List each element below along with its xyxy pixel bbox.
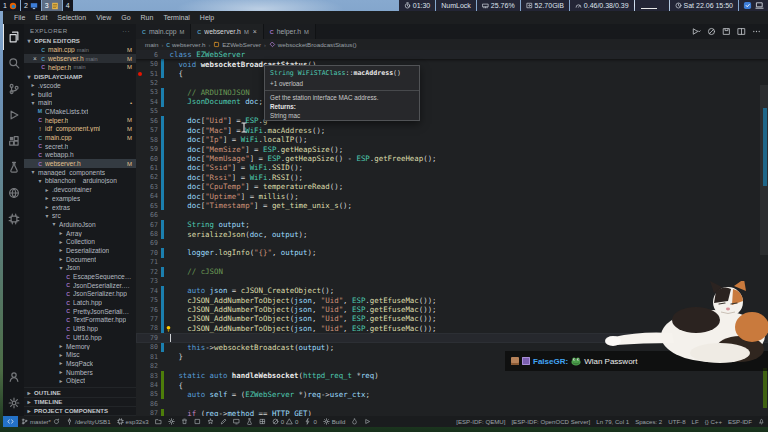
activity-testing[interactable] xyxy=(3,154,24,180)
tree-item[interactable]: Csecret.h xyxy=(24,142,136,151)
code-line-68[interactable]: 68 serializeJson(doc, output); xyxy=(136,229,768,238)
code-line-84[interactable]: 84 { xyxy=(136,380,768,389)
code-line-62[interactable]: 62 doc["Rssi"] = WiFi.RSSI(); xyxy=(136,173,768,182)
sdk-config[interactable] xyxy=(165,418,178,425)
tree-item[interactable]: ▸Deserialization xyxy=(24,246,136,255)
tree-item[interactable]: Cwebapp.h xyxy=(24,151,136,160)
tree-item[interactable]: ▸build xyxy=(24,90,136,99)
section-timeline[interactable]: ▸TIMELINE xyxy=(24,398,136,407)
activity-explorer[interactable] xyxy=(3,24,25,50)
section-outline[interactable]: ▸OUTLINE xyxy=(24,388,136,397)
tree-item[interactable]: CPrettyJsonSerializer.hpp xyxy=(24,307,136,316)
code-line-69[interactable]: 69 xyxy=(136,239,768,248)
tree-item[interactable]: ▾src xyxy=(24,211,136,220)
tree-item[interactable]: CUtf16.hpp xyxy=(24,333,136,342)
code-line-52[interactable]: 52 xyxy=(136,78,768,87)
code-line-55[interactable]: 55 xyxy=(136,107,768,116)
full-clean[interactable] xyxy=(178,418,191,425)
git-branch[interactable]: master* xyxy=(18,418,63,425)
tree-item[interactable]: ▸.devcontainer xyxy=(24,185,136,194)
open-editor-item[interactable]: ×Cwebserver.hmainM xyxy=(24,54,136,63)
close-icon[interactable]: × xyxy=(253,28,257,35)
select-project-folder[interactable] xyxy=(152,418,165,425)
action-save[interactable] xyxy=(722,27,731,37)
code-line-65[interactable]: 65 doc["Timestamp"] = get_time_unix_s(); xyxy=(136,201,768,210)
code-line-50[interactable]: 50 void websocketBroadcastStatus() xyxy=(136,59,768,68)
tree-item[interactable]: CLatch.hpp xyxy=(24,298,136,307)
open-editor-item[interactable]: Cmain.cppmainM xyxy=(24,46,136,55)
sticky-scroll-header[interactable]: 6 class EZWebServer xyxy=(136,50,768,59)
code-line-66[interactable]: 66 xyxy=(136,210,768,219)
tree-item[interactable]: CTextFormatter.hpp xyxy=(24,316,136,325)
menu-edit[interactable]: Edit xyxy=(30,14,52,21)
code-line-71[interactable]: 71 xyxy=(136,258,768,267)
code-line-67[interactable]: 67 String output; xyxy=(136,220,768,229)
tab-helper.h[interactable]: Chelper.hM xyxy=(264,24,316,39)
cursor-position[interactable]: Ln 79, Col 1 xyxy=(593,418,632,425)
code-line-70[interactable]: 70 logger.logInfo("{}", output); xyxy=(136,248,768,257)
build-artifacts[interactable] xyxy=(191,418,204,425)
espidf-openocd[interactable]: [ESP-IDF: OpenOCD Server] xyxy=(508,418,593,425)
tree-item[interactable]: ▸.vscode xyxy=(24,81,136,90)
tree-item[interactable]: CJsonSerializer.hpp xyxy=(24,290,136,299)
activity-source-control[interactable] xyxy=(3,76,24,102)
edit[interactable] xyxy=(217,418,230,425)
unit-test[interactable] xyxy=(243,418,256,425)
code-line-58[interactable]: 58 doc["Ip"] = WiFi.localIP(); xyxy=(136,135,768,144)
encoding[interactable]: UTF-8 xyxy=(665,418,688,425)
tree-item[interactable]: ▾managed_components xyxy=(24,168,136,177)
code-line-57[interactable]: 57 doc["Mac"] = WiFi.macAddress(); xyxy=(136,126,768,135)
serial-port[interactable]: /dev/ttyUSB1 xyxy=(63,418,114,425)
workspace-3[interactable]: 3 xyxy=(42,0,62,11)
tree-item[interactable]: Chelper.hM xyxy=(24,116,136,125)
remote-indicator[interactable] xyxy=(3,416,18,427)
code-line-53[interactable]: 53 // ARDUINOJSON xyxy=(136,88,768,97)
workspace-4[interactable]: 4 xyxy=(63,0,73,11)
sidebar-more-icon[interactable]: ··· xyxy=(122,27,130,34)
code-line-83[interactable]: 83 static auto handleWebsocket(httpd_req… xyxy=(136,371,768,380)
breadcrumb-item[interactable]: EZWebServer xyxy=(213,41,261,48)
espidf-version[interactable]: ESP-IDF xyxy=(725,418,755,425)
breadcrumb[interactable]: main›Cwebserver.h›EZWebServer›websocketB… xyxy=(136,39,768,50)
monitor-device[interactable] xyxy=(230,418,243,425)
tree-item[interactable]: Cwebserver.hM xyxy=(24,159,136,168)
tree-item[interactable]: CUtf8.hpp xyxy=(24,324,136,333)
activity-run-debug[interactable] xyxy=(3,102,24,128)
menu-help[interactable]: Help xyxy=(195,14,219,21)
tree-item[interactable]: ▸Memory xyxy=(24,342,136,351)
device-target[interactable]: esp32s3 xyxy=(114,418,152,425)
tree-item[interactable]: CJsonDeserializer.hpp xyxy=(24,281,136,290)
menu-selection[interactable]: Selection xyxy=(52,14,91,21)
tree-item[interactable]: MCMakeLists.txt xyxy=(24,107,136,116)
breadcrumb-item[interactable]: websocketBroadcastStatus() xyxy=(269,41,357,48)
tree-item[interactable]: ▸Misc xyxy=(24,350,136,359)
tree-item[interactable]: ▸Object xyxy=(24,376,136,385)
code-line-61[interactable]: 61 doc["Ssid"] = WiFi.SSID(); xyxy=(136,163,768,172)
tree-item[interactable]: ▾main• xyxy=(24,98,136,107)
tree-item[interactable]: ▾ArduinoJson xyxy=(24,220,136,229)
tree-item[interactable]: ▸examples xyxy=(24,194,136,203)
tree-item[interactable]: ▾bblanchon__arduinojson xyxy=(24,177,136,186)
action-split[interactable] xyxy=(737,27,746,37)
code-line-54[interactable]: 54 JsonDocument doc; xyxy=(136,97,768,106)
menu-run[interactable]: Run xyxy=(136,14,159,21)
components[interactable] xyxy=(256,418,269,425)
activity-extensions[interactable] xyxy=(3,128,24,154)
tree-item[interactable]: ▸Document xyxy=(24,255,136,264)
espidf-qemu[interactable]: [ESP-IDF: QEMU] xyxy=(453,418,508,425)
action-error[interactable] xyxy=(707,27,716,37)
tab-webserver.h[interactable]: Cwebserver.hM× xyxy=(191,24,264,39)
menu-view[interactable]: View xyxy=(91,14,116,21)
problems[interactable]: 00 xyxy=(269,418,302,425)
indentation[interactable]: Spaces: 2 xyxy=(632,418,665,425)
workspace-2[interactable]: 2 xyxy=(21,0,41,11)
tree-item[interactable]: !idf_component.ymlM xyxy=(24,125,136,134)
tree-item[interactable]: ▸Collection xyxy=(24,237,136,246)
activity-settings[interactable] xyxy=(3,390,24,416)
run-app[interactable] xyxy=(361,418,374,425)
code-line-56[interactable]: 56 doc["Uid"] = ESP.g xyxy=(136,116,768,125)
notifications[interactable] xyxy=(755,418,768,425)
breadcrumb-item[interactable]: Cwebserver.h xyxy=(166,41,205,48)
code-line-59[interactable]: 59 doc["MemSize"] = ESP.getHeapSize(); xyxy=(136,144,768,153)
code-line-63[interactable]: 63 doc["CpuTemp"] = temperatureRead(); xyxy=(136,182,768,191)
